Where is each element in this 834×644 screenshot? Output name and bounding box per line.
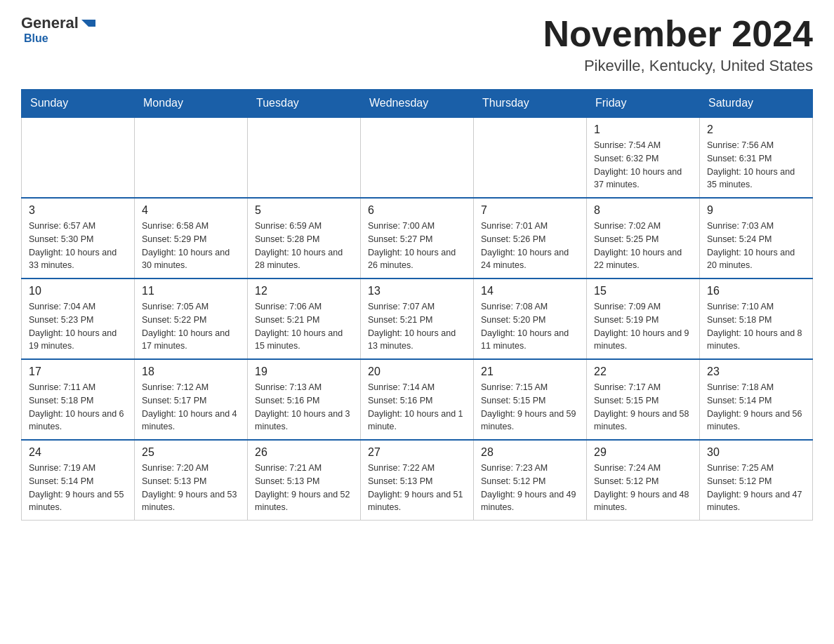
- day-info: Sunrise: 7:21 AMSunset: 5:13 PMDaylight:…: [255, 462, 353, 514]
- day-info: Sunrise: 7:13 AMSunset: 5:16 PMDaylight:…: [255, 381, 353, 434]
- day-info: Sunrise: 7:24 AMSunset: 5:12 PMDaylight:…: [594, 462, 692, 514]
- main-title: November 2024: [543, 14, 813, 54]
- day-info: Sunrise: 7:09 AMSunset: 5:19 PMDaylight:…: [594, 300, 692, 353]
- calendar-cell: 27Sunrise: 7:22 AMSunset: 5:13 PMDayligh…: [361, 440, 474, 521]
- day-info: Sunrise: 7:07 AMSunset: 5:21 PMDaylight:…: [368, 300, 466, 353]
- day-number: 16: [707, 285, 805, 297]
- calendar-week-4: 17Sunrise: 7:11 AMSunset: 5:18 PMDayligh…: [22, 359, 813, 440]
- day-info: Sunrise: 7:19 AMSunset: 5:14 PMDaylight:…: [29, 462, 127, 514]
- day-number: 2: [707, 123, 805, 136]
- day-info: Sunrise: 6:57 AMSunset: 5:30 PMDaylight:…: [29, 220, 127, 272]
- calendar-cell: 10Sunrise: 7:04 AMSunset: 5:23 PMDayligh…: [22, 279, 135, 359]
- day-number: 9: [707, 204, 805, 217]
- day-number: 11: [142, 285, 240, 297]
- day-number: 13: [368, 285, 466, 297]
- day-info: Sunrise: 7:22 AMSunset: 5:13 PMDaylight:…: [368, 462, 466, 514]
- calendar-cell: 30Sunrise: 7:25 AMSunset: 5:12 PMDayligh…: [700, 440, 813, 521]
- calendar-table: SundayMondayTuesdayWednesdayThursdayFrid…: [21, 89, 813, 521]
- calendar-cell: 2Sunrise: 7:56 AMSunset: 6:31 PMDaylight…: [700, 117, 813, 198]
- weekday-header-friday: Friday: [587, 90, 700, 118]
- day-number: 22: [594, 365, 692, 378]
- calendar-week-2: 3Sunrise: 6:57 AMSunset: 5:30 PMDaylight…: [22, 198, 813, 279]
- calendar-cell: 4Sunrise: 6:58 AMSunset: 5:29 PMDaylight…: [135, 198, 248, 279]
- calendar-cell: 23Sunrise: 7:18 AMSunset: 5:14 PMDayligh…: [700, 359, 813, 440]
- day-info: Sunrise: 7:01 AMSunset: 5:26 PMDaylight:…: [481, 220, 579, 272]
- calendar-cell: 29Sunrise: 7:24 AMSunset: 5:12 PMDayligh…: [587, 440, 700, 521]
- day-number: 17: [29, 365, 127, 378]
- day-info: Sunrise: 7:03 AMSunset: 5:24 PMDaylight:…: [707, 220, 805, 272]
- calendar-cell: [474, 117, 587, 198]
- day-info: Sunrise: 7:06 AMSunset: 5:21 PMDaylight:…: [255, 300, 353, 353]
- calendar-cell: 24Sunrise: 7:19 AMSunset: 5:14 PMDayligh…: [22, 440, 135, 521]
- day-info: Sunrise: 7:54 AMSunset: 6:32 PMDaylight:…: [594, 139, 692, 192]
- day-number: 12: [255, 285, 353, 297]
- day-info: Sunrise: 7:14 AMSunset: 5:16 PMDaylight:…: [368, 381, 466, 434]
- day-info: Sunrise: 7:04 AMSunset: 5:23 PMDaylight:…: [29, 300, 127, 353]
- day-number: 5: [255, 204, 353, 217]
- day-number: 8: [594, 204, 692, 217]
- day-info: Sunrise: 7:15 AMSunset: 5:15 PMDaylight:…: [481, 381, 579, 434]
- weekday-header-tuesday: Tuesday: [248, 90, 361, 118]
- day-number: 27: [368, 446, 466, 459]
- calendar-cell: 1Sunrise: 7:54 AMSunset: 6:32 PMDaylight…: [587, 117, 700, 198]
- page-header: General Blue November 2024 Pikeville, Ke…: [21, 14, 813, 75]
- day-info: Sunrise: 7:23 AMSunset: 5:12 PMDaylight:…: [481, 462, 579, 514]
- calendar-cell: 12Sunrise: 7:06 AMSunset: 5:21 PMDayligh…: [248, 279, 361, 359]
- weekday-header-saturday: Saturday: [700, 90, 813, 118]
- calendar-cell: 3Sunrise: 6:57 AMSunset: 5:30 PMDaylight…: [22, 198, 135, 279]
- calendar-cell: 20Sunrise: 7:14 AMSunset: 5:16 PMDayligh…: [361, 359, 474, 440]
- weekday-header-row: SundayMondayTuesdayWednesdayThursdayFrid…: [22, 90, 813, 118]
- day-number: 18: [142, 365, 240, 378]
- calendar-cell: 11Sunrise: 7:05 AMSunset: 5:22 PMDayligh…: [135, 279, 248, 359]
- calendar-week-3: 10Sunrise: 7:04 AMSunset: 5:23 PMDayligh…: [22, 279, 813, 359]
- calendar-cell: 28Sunrise: 7:23 AMSunset: 5:12 PMDayligh…: [474, 440, 587, 521]
- calendar-cell: 25Sunrise: 7:20 AMSunset: 5:13 PMDayligh…: [135, 440, 248, 521]
- day-info: Sunrise: 7:12 AMSunset: 5:17 PMDaylight:…: [142, 381, 240, 434]
- day-info: Sunrise: 7:17 AMSunset: 5:15 PMDaylight:…: [594, 381, 692, 434]
- day-info: Sunrise: 6:59 AMSunset: 5:28 PMDaylight:…: [255, 220, 353, 272]
- day-number: 25: [142, 446, 240, 459]
- weekday-header-wednesday: Wednesday: [361, 90, 474, 118]
- weekday-header-thursday: Thursday: [474, 90, 587, 118]
- calendar-cell: 16Sunrise: 7:10 AMSunset: 5:18 PMDayligh…: [700, 279, 813, 359]
- day-info: Sunrise: 7:11 AMSunset: 5:18 PMDaylight:…: [29, 381, 127, 434]
- day-number: 3: [29, 204, 127, 217]
- day-info: Sunrise: 7:25 AMSunset: 5:12 PMDaylight:…: [707, 462, 805, 514]
- calendar-week-1: 1Sunrise: 7:54 AMSunset: 6:32 PMDaylight…: [22, 117, 813, 198]
- day-info: Sunrise: 7:02 AMSunset: 5:25 PMDaylight:…: [594, 220, 692, 272]
- day-number: 14: [481, 285, 579, 297]
- day-info: Sunrise: 7:08 AMSunset: 5:20 PMDaylight:…: [481, 300, 579, 353]
- day-number: 29: [594, 446, 692, 459]
- calendar-cell: [22, 117, 135, 198]
- day-number: 6: [368, 204, 466, 217]
- calendar-cell: 6Sunrise: 7:00 AMSunset: 5:27 PMDaylight…: [361, 198, 474, 279]
- day-info: Sunrise: 7:05 AMSunset: 5:22 PMDaylight:…: [142, 300, 240, 353]
- day-number: 28: [481, 446, 579, 459]
- day-number: 15: [594, 285, 692, 297]
- day-info: Sunrise: 7:18 AMSunset: 5:14 PMDaylight:…: [707, 381, 805, 434]
- day-number: 20: [368, 365, 466, 378]
- logo: General Blue: [21, 14, 95, 45]
- calendar-cell: 18Sunrise: 7:12 AMSunset: 5:17 PMDayligh…: [135, 359, 248, 440]
- calendar-cell: 13Sunrise: 7:07 AMSunset: 5:21 PMDayligh…: [361, 279, 474, 359]
- day-number: 24: [29, 446, 127, 459]
- title-section: November 2024 Pikeville, Kentucky, Unite…: [543, 14, 813, 75]
- calendar-cell: 7Sunrise: 7:01 AMSunset: 5:26 PMDaylight…: [474, 198, 587, 279]
- weekday-header-sunday: Sunday: [22, 90, 135, 118]
- calendar-cell: 22Sunrise: 7:17 AMSunset: 5:15 PMDayligh…: [587, 359, 700, 440]
- day-number: 1: [594, 123, 692, 136]
- calendar-cell: 8Sunrise: 7:02 AMSunset: 5:25 PMDaylight…: [587, 198, 700, 279]
- calendar-cell: 26Sunrise: 7:21 AMSunset: 5:13 PMDayligh…: [248, 440, 361, 521]
- calendar-week-5: 24Sunrise: 7:19 AMSunset: 5:14 PMDayligh…: [22, 440, 813, 521]
- calendar-cell: [361, 117, 474, 198]
- day-number: 19: [255, 365, 353, 378]
- calendar-cell: 19Sunrise: 7:13 AMSunset: 5:16 PMDayligh…: [248, 359, 361, 440]
- calendar-cell: [135, 117, 248, 198]
- logo-triangle-icon: [81, 20, 95, 27]
- day-info: Sunrise: 7:10 AMSunset: 5:18 PMDaylight:…: [707, 300, 805, 353]
- calendar-cell: 15Sunrise: 7:09 AMSunset: 5:19 PMDayligh…: [587, 279, 700, 359]
- calendar-cell: 21Sunrise: 7:15 AMSunset: 5:15 PMDayligh…: [474, 359, 587, 440]
- day-info: Sunrise: 7:20 AMSunset: 5:13 PMDaylight:…: [142, 462, 240, 514]
- weekday-header-monday: Monday: [135, 90, 248, 118]
- day-info: Sunrise: 6:58 AMSunset: 5:29 PMDaylight:…: [142, 220, 240, 272]
